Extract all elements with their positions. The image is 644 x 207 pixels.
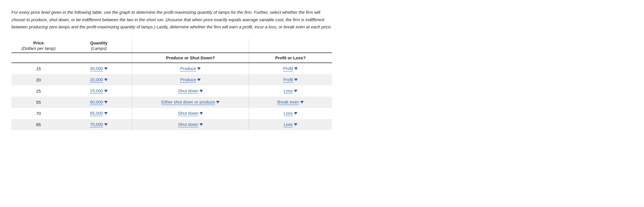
profit-dropdown-arrow[interactable] bbox=[300, 101, 304, 104]
profit-value: Profit bbox=[283, 66, 293, 71]
table-row: 2515,000Shut downLoss bbox=[11, 85, 332, 97]
price-cell: 85 bbox=[11, 119, 66, 130]
quantity-value: 70,000 bbox=[90, 122, 103, 127]
profit-dropdown-arrow[interactable] bbox=[294, 90, 297, 92]
profit-cell[interactable]: Loss bbox=[249, 85, 332, 97]
quantity-col-header bbox=[66, 53, 132, 63]
produce-dropdown-arrow[interactable] bbox=[199, 90, 203, 92]
produce-cell[interactable]: Produce bbox=[132, 63, 249, 74]
table-row: 7065,000Shut downLoss bbox=[11, 108, 332, 119]
produce-dropdown-arrow[interactable] bbox=[199, 112, 203, 115]
price-cell: 70 bbox=[11, 108, 66, 119]
produce-value: Shut down bbox=[178, 111, 198, 116]
profit-dropdown-arrow[interactable] bbox=[294, 67, 298, 70]
profit-dropdown-arrow[interactable] bbox=[294, 112, 297, 115]
price-cell: 25 bbox=[11, 85, 66, 97]
profit-dropdown-arrow[interactable] bbox=[294, 79, 298, 81]
quantity-cell[interactable]: 15,000 bbox=[66, 85, 132, 97]
price-cell: 20 bbox=[11, 74, 66, 85]
price-col-header bbox=[11, 53, 66, 63]
profit-cell[interactable]: Profit bbox=[249, 74, 332, 85]
produce-dropdown-arrow[interactable] bbox=[216, 101, 220, 104]
produce-dropdown-arrow[interactable] bbox=[199, 123, 203, 126]
produce-cell[interactable]: Shut down bbox=[132, 108, 249, 119]
quantity-dropdown-arrow[interactable] bbox=[104, 101, 108, 104]
produce-header-sub bbox=[132, 46, 249, 53]
profit-col-header: Profit or Loss? bbox=[249, 53, 332, 63]
profit-dropdown-arrow[interactable] bbox=[294, 123, 297, 126]
produce-dropdown-arrow[interactable] bbox=[197, 67, 201, 70]
quantity-cell[interactable]: 60,000 bbox=[66, 97, 132, 108]
quantity-value: 15,000 bbox=[90, 88, 103, 94]
quantity-value: 20,000 bbox=[90, 77, 103, 83]
profit-value: Loss bbox=[284, 111, 293, 116]
quantity-cell[interactable]: 70,000 bbox=[66, 119, 132, 130]
table-row: 1530,000ProduceProfit bbox=[11, 63, 332, 74]
produce-value: Produce bbox=[180, 66, 196, 71]
quantity-cell[interactable]: 20,000 bbox=[66, 74, 132, 85]
profit-value: Break even bbox=[277, 99, 299, 105]
table-row: 5560,000Either shut down or produceBreak… bbox=[11, 97, 332, 108]
produce-cell[interactable]: Produce bbox=[132, 74, 249, 85]
profit-value: Profit bbox=[283, 77, 293, 83]
produce-value: Shut down bbox=[178, 88, 198, 94]
produce-col-header: Produce or Shut Down? bbox=[132, 53, 249, 63]
produce-value: Produce bbox=[180, 77, 196, 83]
profit-value: Loss bbox=[284, 88, 293, 94]
profit-header-sub bbox=[249, 46, 332, 53]
profit-value: Loss bbox=[284, 122, 293, 127]
price-cell: 15 bbox=[11, 63, 66, 74]
table-row: 8570,000Shut downLoss bbox=[11, 119, 332, 130]
quantity-dropdown-arrow[interactable] bbox=[104, 79, 108, 81]
produce-value: Either shut down or produce bbox=[161, 99, 215, 105]
data-table: Price Quantity (Dollars per lamp) (Lamps… bbox=[11, 39, 332, 130]
profit-cell[interactable]: Break even bbox=[249, 97, 332, 108]
quantity-value: 65,000 bbox=[90, 111, 103, 116]
quantity-value: 30,000 bbox=[90, 66, 103, 71]
produce-value: Shut down bbox=[178, 122, 198, 127]
profit-header-label bbox=[249, 39, 332, 46]
profit-cell[interactable]: Loss bbox=[249, 119, 332, 130]
price-header-label: Price bbox=[11, 39, 66, 46]
profit-cell[interactable]: Profit bbox=[249, 63, 332, 74]
quantity-dropdown-arrow[interactable] bbox=[104, 123, 108, 126]
produce-header-label bbox=[132, 39, 249, 46]
quantity-dropdown-arrow[interactable] bbox=[104, 90, 108, 92]
produce-cell[interactable]: Shut down bbox=[132, 119, 249, 130]
intro-paragraph: For every price level given in the follo… bbox=[11, 9, 332, 31]
table-row: 2020,000ProduceProfit bbox=[11, 74, 332, 85]
produce-cell[interactable]: Shut down bbox=[132, 85, 249, 97]
price-cell: 55 bbox=[11, 97, 66, 108]
price-header-sub: (Dollars per lamp) bbox=[11, 46, 66, 53]
quantity-value: 60,000 bbox=[90, 99, 103, 105]
profit-cell[interactable]: Loss bbox=[249, 108, 332, 119]
quantity-header-label: Quantity bbox=[66, 39, 132, 46]
quantity-dropdown-arrow[interactable] bbox=[104, 112, 108, 115]
quantity-cell[interactable]: 30,000 bbox=[66, 63, 132, 74]
quantity-dropdown-arrow[interactable] bbox=[104, 67, 108, 70]
quantity-header-sub: (Lamps) bbox=[66, 46, 132, 53]
produce-dropdown-arrow[interactable] bbox=[197, 79, 201, 81]
quantity-cell[interactable]: 65,000 bbox=[66, 108, 132, 119]
produce-cell[interactable]: Either shut down or produce bbox=[132, 97, 249, 108]
